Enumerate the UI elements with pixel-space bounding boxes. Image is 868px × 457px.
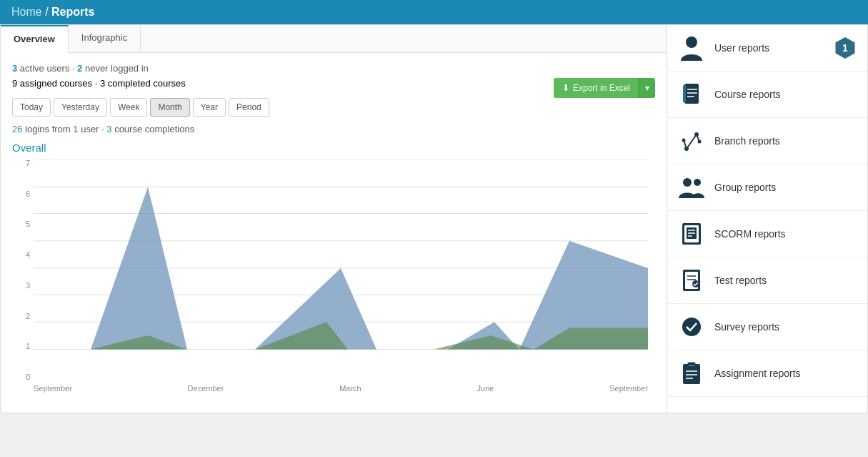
svg-point-22 [694,179,701,186]
x-label-september-start: September [34,384,72,393]
time-filters: Today Yesterday Week Month Year Period [12,98,655,117]
svg-point-21 [683,178,692,187]
assigned-courses-count: 9 [12,78,17,89]
stats-row-courses: 9 assigned courses · 3 completed courses [12,78,186,89]
report-item-user[interactable]: User reports 1 [667,25,867,72]
scorm-icon [679,221,704,247]
y-label-3: 3 [26,282,30,290]
chart-container: 0 1 2 3 4 5 6 7 [12,159,655,403]
chart-title: Overall [12,142,655,154]
svg-rect-37 [688,363,695,365]
report-item-branch[interactable]: Branch reports [667,118,867,164]
report-item-course[interactable]: Course reports [667,72,867,118]
svg-point-19 [682,139,686,142]
svg-point-20 [698,140,702,144]
y-label-1: 1 [26,343,30,350]
svg-point-34 [682,318,701,336]
content-area: 3 active users · 2 never logged in 9 ass… [1,53,667,413]
filter-today[interactable]: Today [12,98,51,117]
never-logged-label: never logged in [85,63,149,74]
active-users-label: active users · [20,63,77,74]
export-label: Export in Excel [573,83,630,93]
report-item-assignment[interactable]: Assignment reports [667,350,867,397]
completed-courses-label: completed courses [108,78,186,89]
svg-point-8 [686,36,697,48]
page-title: Reports [51,6,94,18]
svg-point-18 [694,132,699,137]
report-item-survey[interactable]: Survey reports [667,304,867,350]
user-reports-badge: 1 [834,37,856,59]
filter-period[interactable]: Period [229,98,269,117]
x-axis: September December March June September [34,381,648,403]
export-icon: ⬇ [562,83,569,93]
main-container: Overview Infographic 3 active users · 2 … [0,24,868,413]
svg-line-14 [687,134,697,149]
svg-rect-9 [684,84,699,104]
chart-area [34,159,648,381]
filter-year[interactable]: Year [193,98,226,117]
y-label-5: 5 [26,220,30,228]
y-axis: 0 1 2 3 4 5 6 7 [12,159,34,381]
home-link[interactable]: Home [11,6,42,18]
chart-svg [34,159,648,381]
x-label-december: December [188,384,224,393]
branch-icon [679,128,704,154]
y-label-0: 0 [26,373,30,381]
report-item-test[interactable]: Test reports [667,257,867,304]
group-icon [679,175,704,200]
assignment-reports-label: Assignment reports [714,368,801,379]
export-excel-button[interactable]: ⬇ Export in Excel [554,78,639,98]
completions-label: course completions [114,124,194,134]
y-label-2: 2 [26,313,30,320]
filter-week[interactable]: Week [110,98,147,117]
x-label-march: March [339,384,361,393]
assigned-courses-label: assigned courses · [20,78,100,89]
survey-reports-label: Survey reports [714,321,779,333]
assignment-icon [679,360,704,386]
tab-overview[interactable]: Overview [1,25,69,53]
export-button-group: ⬇ Export in Excel ▾ [554,78,655,98]
svg-rect-35 [683,364,700,384]
test-icon [679,267,704,293]
logins-label: logins from [25,124,73,134]
active-users-count: 3 [12,63,17,74]
logins-row: 26 logins from 1 user · 3 course complet… [12,124,655,134]
left-panel: Overview Infographic 3 active users · 2 … [1,25,667,413]
test-reports-label: Test reports [714,275,767,286]
user-count: 1 [73,124,78,134]
report-item-scorm[interactable]: SCORM reports [667,211,867,257]
scorm-reports-label: SCORM reports [714,228,786,240]
user-label: user · [81,124,106,134]
never-logged-count: 2 [77,63,82,74]
course-reports-label: Course reports [714,89,781,100]
stats-row-users: 3 active users · 2 never logged in [12,63,655,74]
tab-infographic[interactable]: Infographic [69,25,141,52]
filter-month[interactable]: Month [150,98,189,117]
branch-reports-label: Branch reports [714,135,780,147]
x-label-june: June [477,384,494,393]
right-panel: User reports 1 Course reports [667,25,867,413]
report-item-group[interactable]: Group reports [667,164,867,211]
export-dropdown-button[interactable]: ▾ [639,78,655,98]
svg-rect-10 [683,85,686,102]
user-icon [679,35,704,61]
group-reports-label: Group reports [714,182,776,193]
y-label-7: 7 [26,159,30,167]
tabs-bar: Overview Infographic [1,25,667,53]
completions-count: 3 [106,124,111,134]
book-icon [679,82,704,107]
completed-courses-count: 3 [100,78,105,89]
breadcrumb-separator: / [45,6,51,18]
user-reports-label: User reports [714,42,769,54]
survey-icon [679,314,704,340]
filter-yesterday[interactable]: Yesterday [54,98,107,117]
svg-point-17 [684,147,689,151]
logins-count: 26 [12,124,22,134]
y-label-4: 4 [26,251,30,259]
x-label-september-end: September [609,384,648,393]
y-label-6: 6 [26,190,30,198]
top-bar: Home / Reports [0,0,868,24]
